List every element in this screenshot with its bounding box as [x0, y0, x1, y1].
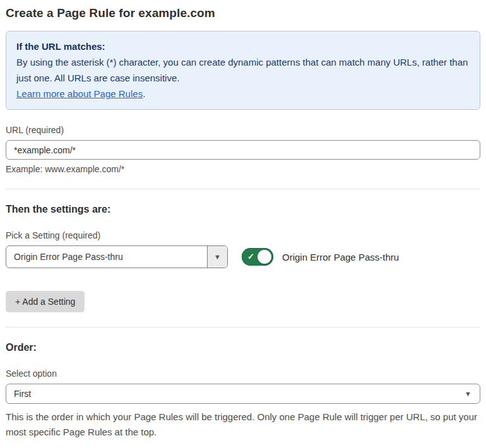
info-box-link-line: Learn more about Page Rules. [16, 86, 470, 102]
setting-select-arrow-button[interactable]: ▼ [207, 246, 227, 268]
url-field-label: URL (required) [6, 125, 480, 135]
caret-down-icon: ▼ [214, 253, 221, 261]
setting-toggle[interactable]: ✓ [242, 248, 273, 266]
page-title: Create a Page Rule for example.com [6, 6, 480, 20]
toggle-knob [258, 250, 271, 264]
pick-setting-label: Pick a Setting (required) [6, 230, 480, 240]
setting-select[interactable]: Origin Error Page Pass-thru ▼ [6, 245, 228, 268]
link-period: . [143, 88, 145, 99]
order-select-label: Select option [6, 368, 480, 379]
add-setting-button[interactable]: + Add a Setting [6, 291, 85, 312]
setting-row: Origin Error Page Pass-thru ▼ ✓ Origin E… [6, 245, 480, 268]
check-icon: ✓ [247, 252, 254, 261]
order-helper-text: This is the order in which your Page Rul… [6, 410, 480, 440]
order-select[interactable]: First ▼ [6, 384, 480, 404]
caret-down-icon: ▼ [465, 390, 471, 398]
order-section-heading: Order: [6, 342, 480, 353]
setting-toggle-label: Origin Error Page Pass-thru [282, 252, 399, 262]
setting-select-value: Origin Error Page Pass-thru [6, 246, 207, 268]
url-match-info-box: If the URL matches: By using the asteris… [6, 31, 480, 110]
info-box-body: By using the asterisk (*) character, you… [16, 54, 470, 86]
divider [6, 327, 480, 327]
learn-more-link[interactable]: Learn more about Page Rules [16, 88, 143, 99]
settings-section-heading: Then the settings are: [6, 204, 480, 215]
url-example-helper: Example: www.example.com/* [6, 164, 480, 174]
url-input[interactable] [6, 140, 480, 160]
divider [6, 189, 480, 189]
info-box-heading: If the URL matches: [16, 38, 470, 54]
order-select-value: First [14, 389, 31, 399]
